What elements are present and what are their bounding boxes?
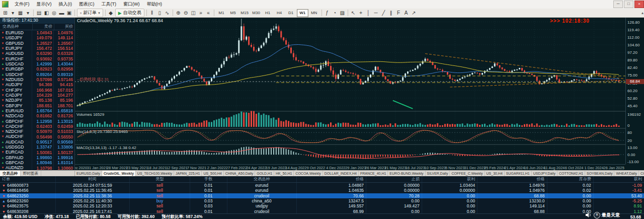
bar-chart-icon[interactable]: ‖ (148, 9, 156, 17)
strategy-tester-icon[interactable]: ▣ (65, 9, 73, 17)
timeframe-mn-button[interactable]: MN (308, 9, 320, 17)
tile-windows-icon[interactable]: ◫ (190, 9, 197, 17)
market-watch-row[interactable]: ▲GBPCAD1.809461.81014 (0, 160, 74, 165)
menu-item-tools[interactable]: 工具(T) (98, 1, 120, 8)
terminal-icon[interactable]: ▬ (58, 9, 65, 17)
terminal-column-2[interactable]: 类型 (129, 176, 190, 182)
equidistant-channel-icon[interactable]: ∥ (387, 9, 395, 17)
terminal-column-4[interactable]: 交易品种 (227, 176, 296, 182)
menu-item-file[interactable]: 文件(F) (11, 1, 33, 8)
market-watch-column-1[interactable]: 卖价 (32, 24, 54, 30)
market-watch-row[interactable]: ▼NZDJPY85.13885.196 (0, 98, 74, 103)
market-watch-row[interactable]: ▼EURUSD1.049431.04976 (0, 30, 74, 35)
auto-trading-button[interactable]: ▶自动交易 (115, 9, 144, 17)
market-watch-row[interactable]: ▲AUDCAD0.905170.90569 (0, 139, 74, 144)
menu-item-window[interactable]: 窗口(W) (120, 1, 143, 8)
market-watch-row[interactable]: ▼GBPJPY188.651188.701 (0, 103, 74, 108)
terminal-column-9[interactable]: 库存费 (547, 176, 593, 182)
profiles-icon[interactable]: ▦ (17, 9, 24, 17)
price-scale[interactable]: 126.80119.40112.00104.6097.2089.8082.407… (625, 17, 644, 164)
order-row[interactable]: ▼6486235752025.02.25 12:20:33sell0.03usd… (0, 203, 644, 208)
symbol-label: EURCHF (6, 56, 23, 62)
trendline-icon[interactable]: ╱ (380, 9, 387, 17)
timeframe-m30-button[interactable]: M30 (251, 9, 262, 17)
terminal-column-0[interactable]: 订单 (0, 176, 55, 182)
indicators-icon[interactable]: ƒ (324, 9, 331, 17)
menu-item-help[interactable]: 帮助(H) (143, 1, 166, 8)
market-watch-row[interactable]: ▼USDJPY149.079149.114 (0, 35, 74, 40)
close-button[interactable]: × (634, 1, 644, 8)
metaeditor-icon[interactable]: ◆ (107, 9, 115, 17)
timeframe-m1-button[interactable]: M1 (216, 9, 227, 17)
terminal-column-10[interactable]: 获利 (593, 176, 644, 182)
timeframe-w1-button[interactable]: W1 (297, 9, 308, 17)
market-watch-row[interactable]: ▼AUDCHF0.564980.56550 (0, 134, 74, 139)
market-watch-row[interactable]: ▲USDCHF0.892640.89319 (0, 72, 74, 77)
market-watch-row[interactable]: ▼EURCHF0.936920.93735 (0, 56, 74, 61)
market-watch-row[interactable]: ▼EURGBP0.829230.82958 (0, 66, 74, 71)
curs​or-icon[interactable]: ↖ (350, 9, 357, 17)
market-watch-row[interactable]: ▼NZDCHF0.509700.51033 (0, 129, 74, 134)
minimize-button[interactable]: ─ (613, 1, 623, 8)
terminal-column-6[interactable]: 止损 (366, 176, 422, 182)
zoom-in-icon[interactable]: ⊕ (175, 9, 182, 17)
terminal-column-3[interactable]: 手数 (190, 176, 227, 182)
market-watch-row[interactable]: ▲EURAUD1.657641.65818 (0, 108, 74, 113)
market-watch-column-2[interactable]: 买价 (54, 24, 74, 30)
auto-scroll-icon[interactable]: » (197, 9, 205, 17)
market-watch-row[interactable]: ▼NZDCAD0.816620.81726 (0, 113, 74, 118)
periods-icon[interactable]: ◔ (331, 9, 339, 17)
market-watch-row[interactable]: ▼GBPUSD1.265271.26567 (0, 41, 74, 46)
terminal-column-5[interactable]: 价格 (296, 176, 366, 182)
timeframe-m15-button[interactable]: M15 (239, 9, 251, 17)
navigator-icon[interactable]: ◎ (50, 9, 58, 17)
new-chart-icon[interactable]: ⊞ (2, 9, 9, 17)
arrow-tools-icon[interactable]: ↗ (410, 9, 418, 17)
terminal-column-8[interactable]: 价格 (477, 176, 546, 182)
order-row[interactable]: ▲6486232602025.02.25 11:40:30buy0.03chin… (0, 198, 644, 203)
market-watch-row[interactable]: ▼CHFJPY166.968167.015 (0, 88, 74, 93)
market-watch-row[interactable]: ▲USDCAD1.429991.43044 (0, 61, 74, 66)
order-row[interactable]: ▼6486232502025.02.25 11:38:36sell0.01cru… (0, 193, 644, 198)
horizontal-line-icon[interactable]: ─ (372, 9, 380, 17)
data-window-icon[interactable]: ◧ (43, 9, 50, 17)
timeframe-h1-button[interactable]: H1 (262, 9, 274, 17)
market-watch-row[interactable]: ▼AUDJPY94.36994.415 (0, 82, 74, 87)
menu-item-charts[interactable]: 图表(C) (75, 1, 98, 8)
market-watch-row[interactable]: ▲USDSGD1.337471.33806 (0, 144, 74, 150)
market-watch-row[interactable]: ▼CADCHF0.624030.62459 (0, 124, 74, 129)
profiles-caret-icon[interactable]: ▾ (24, 9, 32, 17)
text-label-icon[interactable]: A (403, 9, 410, 17)
market-watch-column-0[interactable]: 交易品种 (0, 24, 32, 30)
templates-icon[interactable]: ▨ (339, 9, 346, 17)
menu-item-insert[interactable]: 插入(I) (55, 1, 76, 8)
timeframe-d1-button[interactable]: D1 (285, 9, 297, 17)
menu-item-view[interactable]: 显示(V) (33, 1, 55, 8)
timeframe-h4-button[interactable]: H4 (274, 9, 285, 17)
zoom-out-icon[interactable]: ⊖ (182, 9, 190, 17)
market-watch-row[interactable]: ▼CADJPY104.229104.277 (0, 93, 74, 98)
timeframe-m5-button[interactable]: M5 (227, 9, 239, 17)
terminal-column-1[interactable]: 时间 (55, 176, 130, 182)
terminal-column-7[interactable]: 获利 (422, 176, 477, 182)
crosshair-icon[interactable]: + (357, 9, 365, 17)
market-watch-row[interactable]: ▲GBPCHF1.129581.13015 (0, 119, 74, 124)
market-watch-icon[interactable]: ▤ (35, 9, 43, 17)
vertical-line-icon[interactable]: │ (365, 9, 372, 17)
fibonacci-icon[interactable]: F (395, 9, 403, 17)
order-row[interactable]: ▼6486008732025.02.24 07:51:59sell0.01eur… (0, 183, 644, 188)
market-watch-row[interactable]: ▲GBPAUD1.998601.99916 (0, 155, 74, 160)
market-watch-row[interactable]: ▼EURJPY156.472156.514 (0, 46, 74, 51)
order-row[interactable]: ▼6486184562025.02.25 11:36:45sell0.01eur… (0, 188, 644, 193)
price-chart[interactable] (74, 17, 625, 164)
new-order-button[interactable]: ▫新订单▾ (77, 9, 103, 17)
toolbar-collapse-icon[interactable]: ▴ (641, 11, 643, 15)
new-chart-caret-icon[interactable]: ▾ (9, 9, 17, 17)
market-watch-row[interactable]: ▼EURCAD1.500811.50137 (0, 150, 74, 155)
candlestick-chart-icon[interactable]: ▯ (156, 9, 164, 17)
market-watch-row[interactable]: ▼AUDUSD0.632900.63328 (0, 51, 74, 56)
chart-shift-icon[interactable]: « (205, 9, 212, 17)
line-chart-icon[interactable]: ∿ (164, 9, 171, 17)
maximize-button[interactable]: □ (624, 1, 633, 8)
market-watch-row[interactable]: ▼NZDUSD0.570980.57146 (0, 77, 74, 82)
